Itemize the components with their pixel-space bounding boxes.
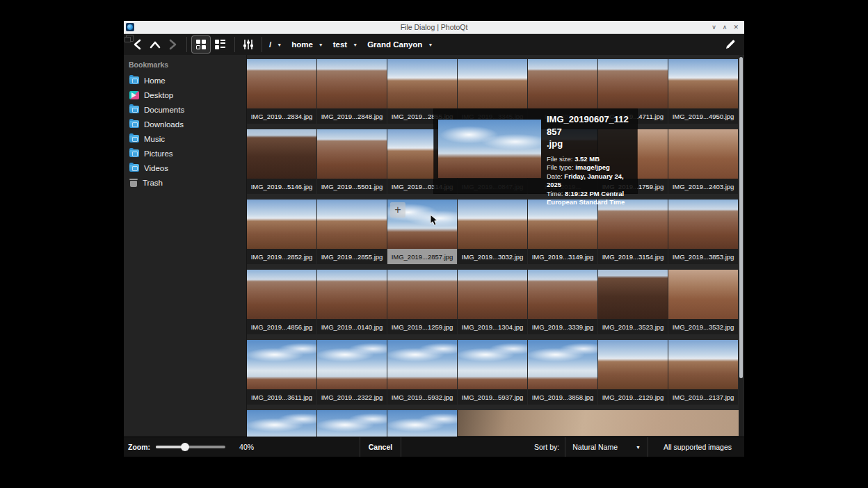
thumbnail-image[interactable] — [247, 270, 316, 319]
thumbnail-image[interactable] — [387, 270, 457, 319]
sidebar-item-label: Home — [144, 76, 166, 85]
thumbnail-image[interactable] — [458, 270, 527, 319]
thumbnail-cell[interactable]: IMG_2019...3853.jpg — [668, 200, 739, 264]
thumbnail-cell[interactable]: IMG_2019...3032.jpg — [458, 200, 528, 264]
grid-view-button[interactable] — [192, 36, 210, 53]
thumbnail-cell[interactable]: IMG_2019...4856.jpg — [247, 270, 317, 334]
thumbnail-image-panorama[interactable] — [458, 410, 739, 436]
breadcrumb-segment[interactable]: home — [289, 40, 316, 49]
thumbnail-image[interactable] — [668, 270, 738, 319]
thumbnail-image[interactable] — [598, 59, 668, 108]
thumbnail-image[interactable] — [387, 410, 457, 437]
thumbnail-cell[interactable]: IMG_2019...2834.jpg — [247, 59, 317, 124]
zoom-slider-knob[interactable] — [181, 443, 189, 451]
thumbnail-image[interactable] — [387, 59, 457, 108]
sidebar-item-pictures[interactable]: Pictures — [124, 146, 246, 161]
thumbnail-cell[interactable]: IMG_2019...1259.jpg — [387, 270, 458, 334]
chevron-down-icon[interactable]: ▼ — [425, 42, 440, 47]
supported-images-filter[interactable]: All supported images — [654, 443, 741, 451]
forward-button[interactable] — [165, 36, 182, 53]
thumbnail-image[interactable] — [528, 59, 597, 108]
scrollbar-thumb[interactable] — [739, 57, 743, 378]
sidebar-item-desktop[interactable]: Desktop — [124, 88, 246, 102]
sidebar-item-trash[interactable]: Trash — [124, 175, 246, 190]
thumbnail-cell[interactable]: IMG_2019...3339.jpg — [528, 270, 598, 334]
thumbnail-image[interactable] — [317, 200, 387, 249]
thumbnail-cell[interactable]: IMG_2019...3149.jpg — [528, 200, 598, 264]
thumbnail-cell[interactable] — [387, 410, 458, 437]
thumbnail-image[interactable] — [317, 129, 387, 179]
thumbnail-image[interactable] — [317, 270, 387, 319]
thumbnail-image[interactable] — [317, 59, 387, 108]
thumbnail-cell[interactable] — [317, 410, 387, 437]
close-icon[interactable]: ✕ — [733, 21, 739, 33]
breadcrumb-segment[interactable]: test — [330, 40, 350, 49]
thumbnail-image[interactable] — [458, 59, 527, 108]
thumbnail-image[interactable] — [668, 200, 738, 249]
thumbnail-image[interactable] — [598, 270, 668, 319]
thumbnail-image[interactable] — [247, 129, 316, 179]
thumbnail-cell[interactable]: IMG_2019...2322.jpg — [317, 340, 387, 405]
sidebar-item-videos[interactable]: Videos — [124, 161, 246, 175]
up-button[interactable] — [147, 36, 163, 53]
thumbnail-cell[interactable]: IMG_2019...2129.jpg — [598, 340, 668, 405]
thumbnail-cell[interactable]: IMG_2019...3523.jpg — [598, 270, 668, 334]
thumbnail-image[interactable] — [458, 200, 527, 249]
zoom-slider[interactable] — [156, 446, 225, 448]
thumbnail-cell[interactable]: IMG_2019...2852.jpg — [247, 200, 317, 264]
sidebar-item-downloads[interactable]: Downloads — [124, 117, 246, 131]
thumbnail-cell[interactable]: IMG_2019...3611.jpg — [247, 340, 317, 405]
thumbnail-cell[interactable]: IMG_2019...2403.jpg — [668, 129, 739, 194]
thumbnail-image[interactable] — [528, 340, 597, 389]
thumbnail-image[interactable] — [668, 340, 738, 389]
desktop-icon — [129, 91, 139, 99]
breadcrumb-segment[interactable]: / — [266, 40, 274, 49]
titlebar[interactable]: File Dialog | PhotoQt ∨ ∧ ✕ — [124, 21, 744, 34]
thumbnail-image[interactable] — [247, 59, 316, 108]
breadcrumb-segment[interactable]: Grand Canyon — [364, 40, 425, 49]
thumbnail-cell[interactable]: IMG_2019...2848.jpg — [317, 59, 387, 124]
thumbnail-cell[interactable]: IMG_2019...2137.jpg — [668, 340, 739, 405]
thumbnail-cell[interactable]: IMG_2019...0140.jpg — [317, 270, 387, 334]
thumbnail-cell[interactable]: IMG_2019...1304.jpg — [458, 270, 528, 334]
thumbnail-image[interactable] — [317, 340, 387, 389]
detach-window-icon[interactable] — [126, 35, 134, 42]
thumbnail-cell[interactable]: IMG_2019...5937.jpg — [458, 340, 528, 405]
scrollbar-track[interactable] — [739, 55, 744, 437]
thumbnail-cell[interactable]: IMG_2019...3154.jpg — [598, 200, 668, 264]
edit-path-pencil-icon[interactable] — [725, 39, 736, 50]
cancel-button[interactable]: Cancel — [360, 437, 401, 457]
thumbnail-image[interactable] — [247, 410, 316, 437]
thumbnail-cell[interactable]: IMG_2019...4950.jpg — [668, 59, 739, 124]
sidebar-item-home[interactable]: Home — [124, 73, 246, 88]
sidebar-item-music[interactable]: Music — [124, 131, 246, 146]
thumbnail-image[interactable] — [317, 410, 387, 437]
chevron-down-icon[interactable]: ▼ — [350, 42, 364, 47]
thumbnail-cell[interactable]: IMG_2019...3858.jpg — [528, 340, 598, 405]
thumbnail-image[interactable] — [668, 59, 738, 108]
thumbnail-cell[interactable]: IMG_2019...5501.jpg — [317, 129, 387, 194]
thumbnail-cell[interactable]: IMG_2019...5146.jpg — [247, 129, 317, 194]
thumbnail-image[interactable] — [387, 340, 457, 389]
thumbnail-cell[interactable]: IMG_2019...2855.jpg — [317, 200, 387, 264]
chevron-down-icon[interactable]: ▼ — [316, 42, 330, 47]
thumbnail-image[interactable] — [458, 340, 527, 389]
thumbnail-image[interactable] — [247, 200, 316, 249]
thumbnail-image[interactable] — [247, 340, 316, 389]
sidebar-item-documents[interactable]: Documents — [124, 102, 246, 117]
thumbnail-cell[interactable]: +IMG_2019...2857.jpg — [387, 200, 458, 264]
minimize-icon[interactable]: ∨ — [712, 21, 716, 33]
settings-sliders-icon[interactable] — [240, 36, 257, 53]
thumbnail-image[interactable] — [598, 340, 668, 389]
add-to-selection-icon[interactable]: + — [390, 202, 405, 218]
thumbnail-cell-panorama[interactable] — [458, 410, 528, 437]
thumbnail-cell[interactable]: IMG_2019...5932.jpg — [387, 340, 458, 405]
chevron-down-icon[interactable]: ▼ — [274, 42, 289, 47]
thumbnail-cell[interactable]: IMG_2019...3532.jpg — [668, 270, 739, 334]
sort-dropdown[interactable]: Natural Name ▼ — [565, 437, 648, 457]
thumbnail-cell[interactable] — [247, 410, 317, 437]
maximize-icon[interactable]: ∧ — [723, 21, 728, 33]
thumbnail-image[interactable] — [528, 270, 597, 319]
thumbnail-image[interactable] — [668, 129, 738, 179]
list-view-button[interactable] — [211, 36, 230, 53]
